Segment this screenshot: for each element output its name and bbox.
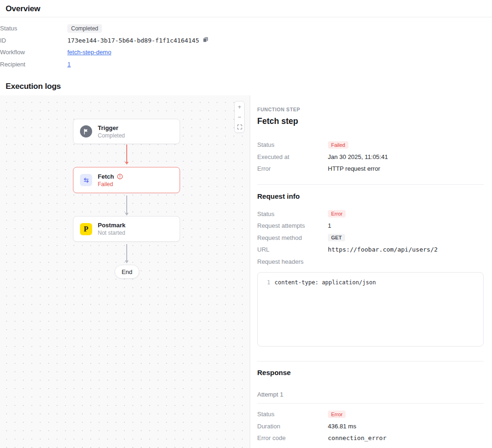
code-line: 1 content-type: application/json xyxy=(258,279,483,287)
response-divider xyxy=(257,361,484,361)
overview-title: Overview xyxy=(6,0,486,17)
recipient-link[interactable]: 1 xyxy=(67,61,71,68)
request-method-badge: GET xyxy=(328,234,345,241)
step-error-value: HTTP request error xyxy=(328,165,380,172)
swap-arrows-icon xyxy=(80,174,92,186)
response-status-label: Status xyxy=(257,411,328,418)
execution-logs-panel: Trigger Completed Fetch Failed xyxy=(0,95,492,448)
node-fetch-title: Fetch xyxy=(98,173,114,180)
overview-fields: Status Completed ID 173ee144-3b17-5b64-b… xyxy=(0,17,492,70)
overview-recipient-row: Recipient 1 xyxy=(0,58,492,71)
edge-trigger-fetch xyxy=(126,145,127,164)
step-error-label: Error xyxy=(257,165,328,172)
node-trigger-title: Trigger xyxy=(98,124,125,131)
edge-postmark-end xyxy=(126,244,127,263)
workflow-canvas[interactable]: Trigger Completed Fetch Failed xyxy=(0,95,250,448)
overview-id-row: ID 173ee144-3b17-5b64-bd89-f1f1c4164145 xyxy=(0,35,492,47)
step-title: Fetch step xyxy=(257,116,484,126)
step-status-badge: Failed xyxy=(328,141,348,149)
node-trigger-status: Completed xyxy=(98,132,125,139)
response-title: Response xyxy=(257,369,484,376)
canvas-controls: + − xyxy=(234,101,245,133)
response-status-badge: Error xyxy=(328,411,346,418)
id-label: ID xyxy=(0,37,67,44)
overview-status-row: Status Completed xyxy=(0,22,492,35)
request-info-title: Request info xyxy=(257,192,484,200)
executed-at-label: Executed at xyxy=(257,153,328,160)
copy-icon xyxy=(203,36,209,44)
fit-view-icon xyxy=(237,124,242,131)
flag-icon xyxy=(80,125,92,137)
edge-fetch-postmark xyxy=(126,195,127,215)
request-info-divider xyxy=(257,184,484,185)
code-line-number: 1 xyxy=(258,279,275,287)
executed-at-value: Jan 30 2025, 11:05:41 xyxy=(328,153,388,160)
request-status-badge: Error xyxy=(328,210,346,217)
step-status-label: Status xyxy=(257,141,328,148)
id-value: 173ee144-3b17-5b64-bd89-f1f1c4164145 xyxy=(67,37,199,44)
duration-label: Duration xyxy=(257,423,328,430)
request-method-label: Request method xyxy=(257,234,328,241)
duration-value: 436.81 ms xyxy=(328,423,356,430)
workflow-link[interactable]: fetch-step-demo xyxy=(67,49,111,56)
zoom-out-button[interactable]: − xyxy=(235,112,244,122)
node-trigger[interactable]: Trigger Completed xyxy=(73,119,180,144)
fit-view-button[interactable] xyxy=(235,122,244,132)
error-warning-icon xyxy=(117,173,123,180)
node-fetch-status: Failed xyxy=(98,181,123,188)
workflow-label: Workflow xyxy=(0,49,67,56)
node-postmark-title: Postmark xyxy=(98,222,125,229)
request-status-label: Status xyxy=(257,210,328,217)
node-fetch[interactable]: Fetch Failed xyxy=(73,167,180,193)
execution-logs-title: Execution logs xyxy=(6,82,486,95)
status-label: Status xyxy=(0,25,67,32)
status-badge: Completed xyxy=(67,24,102,33)
step-details-panel: FUNCTION STEP Fetch step Status Failed E… xyxy=(250,95,492,448)
step-type-eyebrow: FUNCTION STEP xyxy=(257,107,484,112)
overview-workflow-row: Workflow fetch-step-demo xyxy=(0,46,492,58)
error-code-value: connection_error xyxy=(328,434,386,441)
recipient-label: Recipient xyxy=(0,61,67,68)
node-postmark-status: Not started xyxy=(98,230,125,236)
request-headers-code-block[interactable]: 1 content-type: application/json xyxy=(257,272,484,347)
request-attempts-value: 1 xyxy=(328,222,331,229)
attempt-label: Attempt 1 xyxy=(257,391,484,398)
error-code-label: Error code xyxy=(257,434,328,441)
attempt-divider xyxy=(257,403,484,404)
zoom-in-button[interactable]: + xyxy=(235,101,244,112)
node-end: End xyxy=(115,265,139,279)
copy-id-button[interactable] xyxy=(203,36,209,44)
request-url-label: URL xyxy=(257,246,328,253)
request-attempts-label: Request attempts xyxy=(257,222,328,229)
node-postmark[interactable]: P Postmark Not started xyxy=(73,216,180,242)
request-headers-label: Request headers xyxy=(257,258,328,265)
code-line-content: content-type: application/json xyxy=(275,279,376,287)
request-url-value: https://foobar.com/api/users/2 xyxy=(328,246,438,253)
postmark-p-icon: P xyxy=(80,223,92,235)
